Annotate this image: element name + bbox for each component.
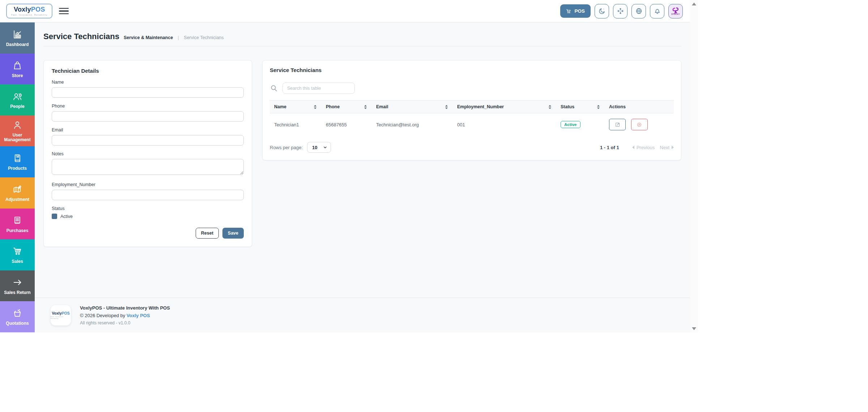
body-row: Dashboard Store People User Management P	[0, 22, 690, 332]
name-label: Name	[52, 80, 244, 85]
hamburger-menu-icon[interactable]	[59, 6, 69, 16]
cell-status: Active	[556, 113, 605, 136]
form-card-title: Technician Details	[52, 68, 244, 74]
footer-logo: VoxlyPOS Fast. Innovative. Reliability	[51, 305, 71, 325]
cell-name: Technician1	[270, 113, 322, 136]
sort-icon	[363, 105, 367, 109]
search-icon	[270, 84, 278, 93]
people-group-icon	[12, 91, 23, 102]
status-label: Status	[52, 206, 244, 211]
scroll-down-arrow-icon[interactable]	[692, 327, 696, 330]
column-header-name[interactable]: Name	[270, 101, 322, 113]
shopping-bag-icon	[12, 60, 23, 71]
sort-icon	[444, 105, 448, 109]
sidebar-item-people[interactable]: People	[0, 84, 35, 115]
sidebar: Dashboard Store People User Management P	[0, 22, 35, 332]
chevron-left-icon	[632, 146, 634, 149]
dashboard-chart-icon	[12, 29, 23, 40]
phone-label: Phone	[52, 104, 244, 109]
user-avatar[interactable]: STOCKY	[668, 4, 683, 18]
page-title: Service Technicians	[43, 32, 119, 41]
screen: VoxlyPOS Fast. Innovative. Reliability P…	[0, 0, 868, 412]
active-checkbox[interactable]	[52, 214, 57, 219]
sidebar-item-sales-return[interactable]: Sales Return	[0, 270, 35, 302]
footer-developer-link[interactable]: Voxly POS	[127, 313, 150, 318]
dark-mode-toggle[interactable]	[595, 4, 609, 18]
next-page-button[interactable]: Next	[660, 145, 674, 150]
moon-icon	[598, 7, 606, 15]
form-buttons: Reset Save	[52, 228, 244, 239]
name-field[interactable]	[52, 87, 244, 98]
header-actions: POS STOCKY	[560, 4, 683, 18]
breadcrumb-current[interactable]: Service Technicians	[184, 35, 224, 40]
sidebar-item-dashboard[interactable]: Dashboard	[0, 22, 35, 54]
column-header-phone[interactable]: Phone	[322, 101, 372, 113]
previous-page-button[interactable]: Previous	[632, 145, 655, 150]
sidebar-item-adjustment[interactable]: Adjustment	[0, 177, 35, 209]
active-checkbox-label: Active	[60, 214, 73, 219]
cell-actions	[605, 113, 674, 136]
notes-field[interactable]	[52, 159, 244, 175]
breadcrumb: Service & Maintenance | Service Technici…	[124, 35, 224, 40]
chevron-down-icon	[323, 145, 327, 150]
sidebar-item-store[interactable]: Store	[0, 54, 35, 85]
user-icon	[12, 119, 23, 130]
sidebar-item-purchases[interactable]: Purchases	[0, 209, 35, 240]
sort-icon	[313, 105, 317, 109]
phone-field[interactable]	[52, 111, 244, 122]
pagination-nav: 1 - 1 of 1 Previous Next	[600, 145, 674, 150]
chevron-right-icon	[672, 146, 674, 149]
footer-text: VoxlyPOS - Ultimate Inventory With POS ©…	[80, 305, 170, 325]
column-header-email[interactable]: Email	[372, 101, 453, 113]
technicians-table: Name Phone Email Employment_Number Statu…	[270, 100, 674, 136]
table-card-title: Service Technicians	[270, 67, 674, 73]
page-header: Service Technicians Service & Maintenanc…	[43, 32, 681, 41]
main-content: Service Technicians Service & Maintenanc…	[35, 22, 690, 332]
fullscreen-button[interactable]	[613, 4, 627, 18]
map-pencil-icon	[12, 184, 23, 195]
employment-number-field[interactable]	[52, 190, 244, 200]
sidebar-item-sales[interactable]: Sales	[0, 239, 35, 270]
header-divider	[43, 46, 681, 46]
sidebar-item-user-management[interactable]: User Management	[0, 115, 35, 147]
brand-logo-text: VoxlyPOS	[11, 6, 47, 13]
edit-button[interactable]	[609, 119, 626, 130]
technician-details-card: Technician Details Name Phone Email Note…	[43, 60, 252, 247]
app-window: VoxlyPOS Fast. Innovative. Reliability P…	[0, 0, 690, 332]
sort-icon	[548, 105, 552, 109]
rows-per-page: Rows per page: 10	[270, 142, 331, 153]
footer-line1: VoxlyPOS - Ultimate Inventory With POS	[80, 305, 170, 311]
brand-logo[interactable]: VoxlyPOS Fast. Innovative. Reliability	[6, 4, 52, 18]
cell-employment-number: 001	[453, 113, 556, 136]
column-header-status[interactable]: Status	[556, 101, 605, 113]
page-footer: VoxlyPOS Fast. Innovative. Reliability V…	[35, 298, 690, 332]
breadcrumb-separator: |	[178, 35, 179, 40]
sidebar-item-products[interactable]: Products	[0, 146, 35, 177]
status-badge: Active	[561, 121, 580, 128]
column-header-employment-number[interactable]: Employment_Number	[453, 101, 556, 113]
reset-button[interactable]: Reset	[196, 228, 219, 239]
table-header-row: Name Phone Email Employment_Number Statu…	[270, 101, 674, 113]
table-row: Technician1 65687655 Technician@test.org…	[270, 113, 674, 136]
sort-icon	[596, 105, 600, 109]
vertical-scrollbar[interactable]	[690, 0, 698, 332]
search-row	[270, 83, 674, 94]
search-input[interactable]	[282, 83, 355, 94]
pagination: Rows per page: 10 1 - 1 of 1 Previous Ne…	[270, 142, 674, 153]
delete-circle-x-icon	[636, 122, 642, 128]
pos-button[interactable]: POS	[560, 4, 591, 18]
rows-per-page-select[interactable]: 10	[307, 142, 331, 153]
notifications-button[interactable]	[650, 4, 664, 18]
save-button[interactable]: Save	[222, 228, 244, 239]
avatar-brand-label: STOCKY	[671, 13, 680, 15]
breadcrumb-section: Service & Maintenance	[124, 35, 173, 40]
delete-button[interactable]	[631, 119, 648, 130]
brand-tagline: Fast. Innovative. Reliability	[11, 14, 47, 16]
basket-check-icon	[12, 308, 23, 319]
book-icon	[12, 153, 23, 164]
language-button[interactable]	[631, 4, 646, 18]
notes-label: Notes	[52, 151, 244, 156]
sidebar-item-quotations[interactable]: Quotations	[0, 301, 35, 332]
scroll-up-arrow-icon[interactable]	[692, 3, 696, 5]
email-field[interactable]	[52, 135, 244, 146]
